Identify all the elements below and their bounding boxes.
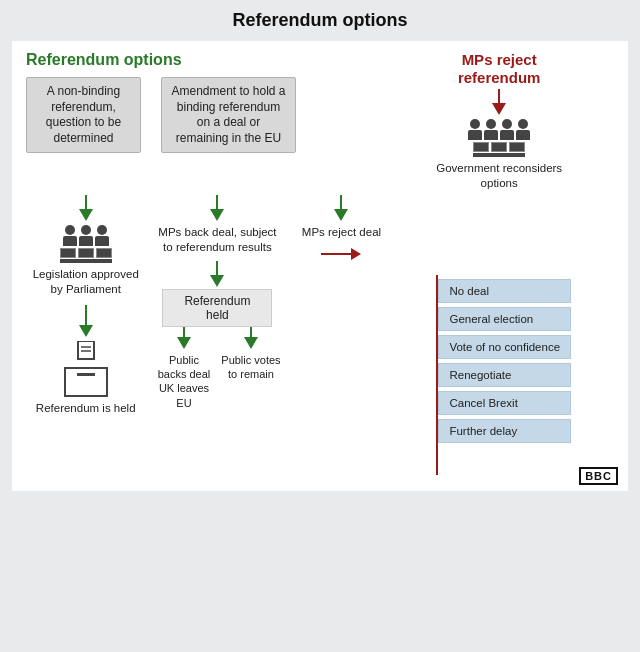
- mid-column: MPs back deal, subject to referendum res…: [145, 195, 393, 475]
- mps-back-deal-label: MPs back deal, subject to referendum res…: [157, 225, 277, 255]
- section-title: Referendum options: [26, 51, 384, 69]
- option-cancel-brexit: Cancel Brexit: [438, 391, 571, 415]
- option-no-deal: No deal: [438, 279, 571, 303]
- main-title: Referendum options: [12, 10, 628, 31]
- option-further-delay: Further delay: [438, 419, 571, 443]
- svg-rect-0: [78, 341, 94, 359]
- bbc-logo: BBC: [579, 467, 618, 485]
- referendum-held-box: Referendum held: [162, 289, 272, 327]
- parliament-icon-right: [468, 119, 530, 157]
- parliament-icon-left: [60, 225, 112, 263]
- option-vote-no-confidence: Vote of no confidence: [438, 335, 571, 359]
- option-box-2: Amendment to hold a binding referendum o…: [161, 77, 296, 153]
- govt-reconsiders-label: Government reconsiders options: [424, 161, 574, 191]
- referendum-held-label: Referendum is held: [36, 401, 136, 416]
- ballot-icon: [64, 341, 108, 397]
- left-column: Legislation approved by Parliament: [26, 195, 145, 475]
- public-votes-remain-label: Public votes to remain: [221, 353, 281, 382]
- legislation-label: Legislation approved by Parliament: [31, 267, 141, 297]
- mps-reject-deal-label: MPs reject deal: [301, 225, 381, 240]
- public-backs-deal-label: Public backs deal UK leaves EU: [154, 353, 214, 410]
- mps-reject-title: MPs rejectreferendum: [458, 51, 541, 87]
- option-renegotiate: Renegotiate: [438, 363, 571, 387]
- right-column: No deal General election Vote of no conf…: [394, 195, 615, 475]
- option-box-1: A non-binding referendum, question to be…: [26, 77, 141, 153]
- option-general-election: General election: [438, 307, 571, 331]
